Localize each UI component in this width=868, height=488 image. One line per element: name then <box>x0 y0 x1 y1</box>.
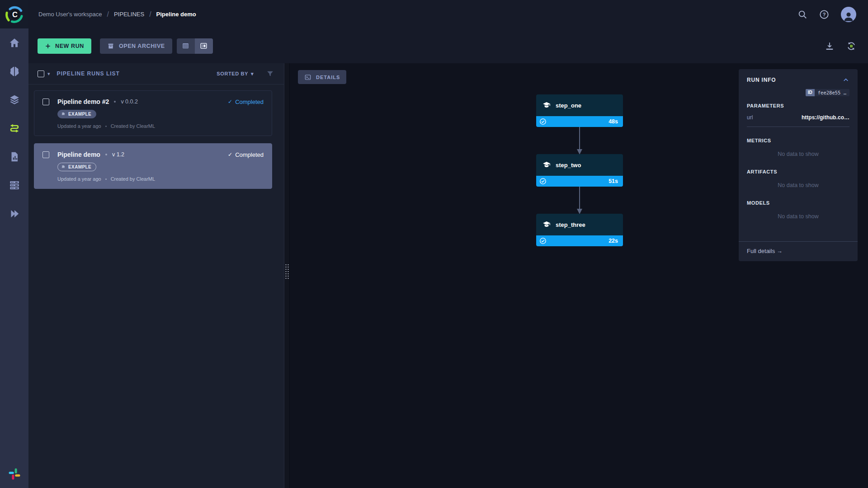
table-view-icon <box>181 42 190 50</box>
run-version: v 0.0.2 <box>121 99 138 105</box>
runs-list-title: PIPELINE RUNS LIST <box>57 70 120 77</box>
console-icon <box>304 74 311 81</box>
step-status-bar: 48s <box>536 116 623 127</box>
home-icon <box>9 37 20 49</box>
models-section-title: MODELS <box>747 200 849 206</box>
download-icon <box>825 41 835 51</box>
dot-separator <box>105 178 107 180</box>
dot-separator <box>105 126 107 127</box>
download-button[interactable] <box>825 41 835 51</box>
table-view-button[interactable] <box>177 38 195 54</box>
run-info-title: RUN INFO <box>747 77 776 83</box>
sidebar-item-applications[interactable] <box>9 208 20 220</box>
dag-node-step-two[interactable]: step_two 51s <box>536 154 623 187</box>
metrics-section-title: METRICS <box>747 138 849 143</box>
run-meta: Updated a year ago Created by ClearML <box>57 123 264 129</box>
auto-refresh-toggle[interactable] <box>846 41 856 51</box>
sidebar-item-dashboard[interactable] <box>9 37 20 49</box>
user-avatar[interactable] <box>841 7 856 22</box>
panel-resize-handle[interactable] <box>284 63 290 488</box>
run-status-badge: ✓ Completed <box>228 151 264 158</box>
run-checkbox[interactable] <box>42 99 49 105</box>
sidebar-item-reports[interactable] <box>9 151 20 163</box>
person-icon <box>843 10 854 22</box>
sorted-by-dropdown[interactable]: SORTED BY ▾ <box>217 71 254 77</box>
full-details-link[interactable]: Full details → <box>739 241 858 261</box>
sidebar-item-projects[interactable] <box>9 66 20 77</box>
open-archive-label: OPEN ARCHIVE <box>119 43 165 49</box>
dag-node-step-one[interactable]: step_one 48s <box>536 94 623 127</box>
pipelines-icon <box>9 122 20 134</box>
runs-list-panel: ▾ PIPELINE RUNS LIST SORTED BY ▾ <box>28 63 284 488</box>
step-status-bar: 51s <box>536 176 623 187</box>
refresh-pause-icon <box>846 41 856 51</box>
sidebar-item-pipelines[interactable] <box>9 122 20 134</box>
double-play-icon <box>9 208 20 220</box>
run-checkbox[interactable] <box>42 151 49 158</box>
sidebar-item-workers-queues[interactable] <box>9 179 20 191</box>
help-button[interactable]: ? <box>819 9 829 19</box>
clearml-app: C <box>0 0 868 488</box>
step-name: step_one <box>556 102 581 109</box>
step-duration: 48s <box>609 118 620 125</box>
clearml-logo[interactable]: C <box>0 0 28 28</box>
step-icon <box>542 220 551 229</box>
run-info-panel: RUN INFO ID fee28e55 … PARAMETERS ur <box>739 69 858 261</box>
slack-icon <box>8 467 21 481</box>
dot-separator <box>105 154 107 155</box>
status-label: Completed <box>235 99 264 105</box>
top-bar: Demo User's workspace / PIPELINES / Pipe… <box>28 0 868 28</box>
sorted-by-caret: ▾ <box>251 71 254 77</box>
collapse-panel-button[interactable] <box>842 76 849 84</box>
breadcrumb-workspace[interactable]: Demo User's workspace <box>38 11 102 18</box>
step-status-bar: 22s <box>536 235 623 246</box>
breadcrumb-separator: / <box>107 10 108 19</box>
run-meta: Updated a year ago Created by ClearML <box>57 176 264 182</box>
step-duration: 22s <box>609 238 620 244</box>
run-id-badge[interactable]: ID fee28e55 … <box>747 89 849 96</box>
drag-dots-icon <box>285 264 288 279</box>
tag-label: EXAMPLE <box>68 164 91 169</box>
run-created-by: Created by ClearML <box>111 176 155 182</box>
status-check-icon: ✓ <box>228 151 232 158</box>
help-icon: ? <box>819 9 829 19</box>
pipeline-dag-canvas[interactable]: DETAILS step_one 48s <box>290 63 868 488</box>
models-empty-text: No data to show <box>747 213 849 220</box>
dag-edge-arrow <box>575 187 584 215</box>
example-tag[interactable]: EXAMPLE <box>57 163 96 171</box>
run-title: Pipeline demo <box>57 151 100 158</box>
dot-separator <box>114 101 116 103</box>
runs-cards: Pipeline demo #2 v 0.0.2 ✓ Completed <box>28 84 284 189</box>
dag-edge-arrow <box>575 127 584 155</box>
select-all-checkbox[interactable] <box>38 70 44 77</box>
run-card-pipeline-demo-2[interactable]: Pipeline demo #2 v 0.0.2 ✓ Completed <box>34 90 272 136</box>
id-label: ID <box>806 89 815 96</box>
dag-node-step-three[interactable]: step_three 22s <box>536 214 623 246</box>
full-details-label: Full details <box>747 248 775 254</box>
step-icon <box>542 101 551 110</box>
search-button[interactable] <box>797 9 807 19</box>
plus-icon <box>45 43 51 49</box>
arrow-right-icon: → <box>777 248 783 254</box>
parameter-row: url https://github.co… <box>747 114 849 121</box>
split-view-button[interactable] <box>195 38 213 54</box>
run-card-pipeline-demo[interactable]: Pipeline demo v 1.2 ✓ Completed <box>34 143 272 189</box>
puzzle-icon <box>61 164 66 169</box>
run-updated: Updated a year ago <box>57 176 101 182</box>
parameter-value[interactable]: https://github.co… <box>802 114 849 121</box>
artifacts-section-title: ARTIFACTS <box>747 169 849 174</box>
select-all-caret[interactable]: ▾ <box>47 71 50 77</box>
filter-button[interactable] <box>266 70 274 78</box>
chevron-up-icon <box>842 76 849 84</box>
run-version: v 1.2 <box>112 151 124 158</box>
example-tag[interactable]: EXAMPLE <box>57 110 96 118</box>
puzzle-icon <box>61 112 66 117</box>
step-icon <box>542 160 551 169</box>
new-run-button[interactable]: NEW RUN <box>38 38 91 54</box>
details-button[interactable]: DETAILS <box>298 70 346 84</box>
slack-link[interactable] <box>0 467 28 481</box>
breadcrumb-section[interactable]: PIPELINES <box>114 11 144 18</box>
id-value: fee28e55 … <box>815 89 849 96</box>
sidebar-item-datasets[interactable] <box>9 94 20 106</box>
open-archive-button[interactable]: OPEN ARCHIVE <box>100 38 172 54</box>
